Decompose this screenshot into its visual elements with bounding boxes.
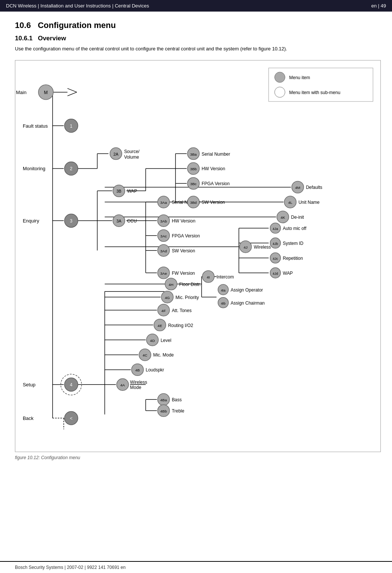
svg-text:3Bb: 3Bb — [190, 167, 197, 171]
svg-text:Wireless: Wireless — [254, 245, 271, 250]
svg-text:2: 2 — [70, 166, 72, 171]
svg-text:Treble: Treble — [172, 408, 184, 414]
svg-text:4: 4 — [70, 382, 72, 387]
svg-text:<: < — [70, 416, 72, 421]
svg-text:Menu item: Menu item — [289, 75, 310, 80]
svg-text:Defaults: Defaults — [306, 185, 322, 190]
svg-text:3Bd: 3Bd — [190, 200, 197, 205]
svg-text:3Ae: 3Ae — [160, 271, 167, 275]
svg-text:4Ia: 4Ia — [221, 288, 225, 292]
svg-text:De-init: De-init — [291, 215, 304, 220]
svg-text:2A: 2A — [113, 152, 119, 156]
svg-text:Main: Main — [16, 89, 27, 95]
svg-text:Monitoring: Monitoring — [23, 166, 46, 171]
svg-text:WAP: WAP — [127, 189, 137, 194]
svg-text:4Jd: 4Jd — [273, 271, 278, 275]
svg-point-1 — [275, 72, 285, 82]
diagram-container: Menu item Menu item with sub-menu — [15, 60, 381, 452]
svg-text:4Jb: 4Jb — [273, 242, 278, 246]
svg-text:4G: 4G — [165, 295, 170, 299]
svg-text:Fault status: Fault status — [23, 123, 48, 128]
svg-text:FW Version: FW Version — [172, 270, 195, 275]
svg-text:3Ac: 3Ac — [161, 234, 167, 238]
svg-text:Enquiry: Enquiry — [23, 218, 39, 224]
svg-text:4L: 4L — [288, 200, 293, 205]
svg-text:Att. Tones: Att. Tones — [172, 308, 192, 313]
intro-text: Use the configuration menu of the centra… — [15, 45, 377, 53]
svg-text:Source/: Source/ — [124, 149, 140, 154]
svg-text:3: 3 — [70, 218, 72, 224]
svg-text:System ID: System ID — [283, 241, 304, 246]
svg-text:4B: 4B — [135, 368, 140, 372]
svg-text:Loudspkr: Loudspkr — [146, 367, 164, 373]
svg-text:3B: 3B — [116, 189, 121, 193]
svg-text:Assign Operator: Assign Operator — [231, 287, 263, 292]
svg-text:3A: 3A — [116, 219, 122, 223]
svg-text:4Ba: 4Ba — [160, 398, 167, 402]
svg-text:Routing I/O2: Routing I/O2 — [168, 323, 193, 328]
svg-rect-0 — [269, 68, 373, 102]
svg-text:Auto mic off: Auto mic off — [283, 226, 307, 231]
svg-text:Volume: Volume — [124, 154, 139, 159]
svg-text:FPGA Version: FPGA Version — [202, 181, 230, 186]
header: DCN Wireless | Installation and User Ins… — [0, 0, 392, 12]
svg-text:4I: 4I — [207, 275, 210, 279]
svg-text:4J: 4J — [243, 245, 248, 249]
svg-text:4Ja: 4Ja — [273, 227, 278, 231]
svg-line-60 — [68, 88, 77, 92]
svg-text:3Aa: 3Aa — [160, 200, 167, 205]
svg-text:3Bc: 3Bc — [190, 182, 196, 186]
svg-text:4Bb: 4Bb — [160, 409, 167, 413]
svg-text:Level: Level — [161, 337, 171, 343]
svg-text:Serial Number: Serial Number — [202, 151, 230, 156]
svg-text:Mode: Mode — [130, 385, 141, 390]
svg-text:4E: 4E — [158, 323, 162, 327]
header-page: en | 49 — [371, 3, 386, 9]
svg-text:4M: 4M — [295, 186, 301, 190]
svg-text:HW Version: HW Version — [202, 166, 225, 171]
svg-text:1: 1 — [70, 123, 72, 128]
svg-text:4D: 4D — [150, 338, 155, 342]
subsection-title: 10.6.1 Overview — [15, 35, 377, 42]
svg-text:HW Version: HW Version — [172, 218, 195, 224]
svg-text:Bass: Bass — [172, 397, 182, 402]
svg-text:4F: 4F — [161, 308, 166, 312]
svg-text:Setup: Setup — [23, 382, 35, 387]
svg-text:4K: 4K — [280, 215, 285, 219]
section-title: 10.6 Configuration menu — [15, 21, 377, 30]
footer: Bosch Security Systems | 2007-02 | 9922 … — [0, 561, 392, 573]
svg-text:4A: 4A — [120, 383, 125, 387]
svg-text:Assign Chairman: Assign Chairman — [231, 300, 265, 305]
svg-text:3Ba: 3Ba — [190, 152, 197, 156]
svg-text:4Ib: 4Ib — [221, 301, 225, 305]
svg-point-3 — [275, 87, 285, 97]
svg-text:Intercom: Intercom — [217, 274, 234, 279]
svg-text:M: M — [44, 90, 48, 95]
svg-text:SW Version: SW Version — [172, 248, 195, 253]
svg-text:FPGA Version: FPGA Version — [172, 233, 200, 239]
svg-text:WAP: WAP — [283, 270, 293, 275]
svg-line-61 — [68, 92, 77, 96]
svg-text:4C: 4C — [143, 353, 147, 357]
figure-caption: figure 10.12: Configuration menu — [15, 455, 377, 460]
svg-text:Floor Distr.: Floor Distr. — [179, 281, 201, 287]
svg-text:4H: 4H — [169, 282, 174, 286]
svg-text:Back: Back — [23, 415, 34, 421]
svg-text:3Ab: 3Ab — [160, 219, 167, 223]
svg-text:CCU: CCU — [127, 218, 137, 224]
svg-text:SW Version: SW Version — [202, 200, 225, 205]
svg-text:Menu item with sub-menu: Menu item with sub-menu — [289, 90, 340, 95]
svg-text:Wireless: Wireless — [130, 380, 147, 385]
svg-text:Unit Name: Unit Name — [298, 200, 320, 205]
svg-text:Mic. Mode: Mic. Mode — [153, 352, 174, 358]
svg-text:Mic. Priority: Mic. Priority — [175, 295, 199, 300]
svg-text:4Jc: 4Jc — [273, 256, 278, 260]
svg-text:Repetition: Repetition — [283, 255, 303, 261]
header-title: DCN Wireless | Installation and User Ins… — [6, 3, 149, 9]
svg-text:3Ad: 3Ad — [160, 249, 167, 253]
